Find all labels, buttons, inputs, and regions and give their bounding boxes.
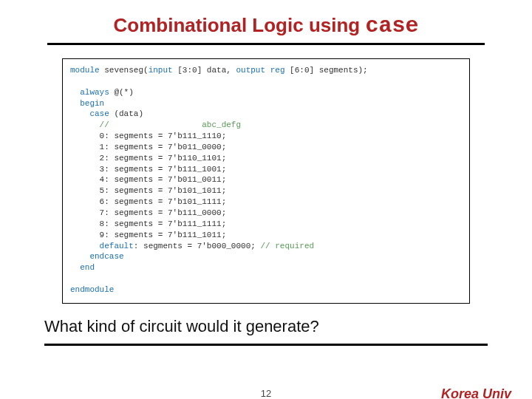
comment: // required bbox=[260, 242, 314, 250]
code-line: 4: segments = 7'b011_0011; bbox=[70, 175, 226, 184]
code-text: @(*) bbox=[109, 88, 134, 97]
code-text: [3:0] data, bbox=[173, 66, 236, 75]
code-line: 2: segments = 7'b110_1101; bbox=[70, 154, 226, 163]
code-line: 7: segments = 7'b111_0000; bbox=[70, 208, 226, 217]
code-line: 8: segments = 7'b111_1111; bbox=[70, 219, 226, 228]
code-text: sevenseg( bbox=[100, 66, 149, 75]
divider-bottom bbox=[44, 344, 488, 346]
comment: // abc_defg bbox=[70, 120, 241, 129]
title-prefix: Combinational Logic using bbox=[114, 14, 366, 36]
code-text: (data) bbox=[109, 109, 143, 118]
kw-always: always bbox=[70, 88, 109, 97]
code-block: module sevenseg(input [3:0] data, output… bbox=[62, 58, 470, 304]
code-line: 5: segments = 7'b101_1011; bbox=[70, 186, 226, 195]
kw-begin: begin bbox=[70, 99, 104, 108]
kw-end: end bbox=[70, 263, 95, 272]
code-text: [6:0] segments); bbox=[284, 66, 367, 75]
code-line: 1: segments = 7'b011_0000; bbox=[70, 143, 226, 151]
code-line: 3: segments = 7'b111_1001; bbox=[70, 165, 226, 174]
code-line: 0: segments = 7'b111_1110; bbox=[70, 132, 226, 140]
kw-input: input bbox=[149, 66, 173, 75]
code-text: : segments = 7'b000_0000; bbox=[134, 242, 261, 250]
code-line: 6: segments = 7'b101_1111; bbox=[70, 197, 226, 206]
slide-title: Combinational Logic using case bbox=[0, 13, 532, 38]
title-keyword: case bbox=[365, 13, 418, 38]
divider-top bbox=[47, 43, 485, 45]
kw-endcase: endcase bbox=[70, 252, 124, 261]
kw-default: default bbox=[70, 242, 134, 250]
kw-output-reg: output reg bbox=[236, 66, 284, 75]
question-text: What kind of circuit would it generate? bbox=[44, 317, 488, 336]
brand-label: Korea Univ bbox=[441, 386, 511, 399]
kw-case: case bbox=[70, 109, 109, 118]
code-line: 9: segments = 7'b111_1011; bbox=[70, 231, 226, 239]
kw-module: module bbox=[70, 66, 100, 75]
slide: Combinational Logic using case module se… bbox=[0, 13, 532, 399]
kw-endmodule: endmodule bbox=[70, 285, 114, 294]
